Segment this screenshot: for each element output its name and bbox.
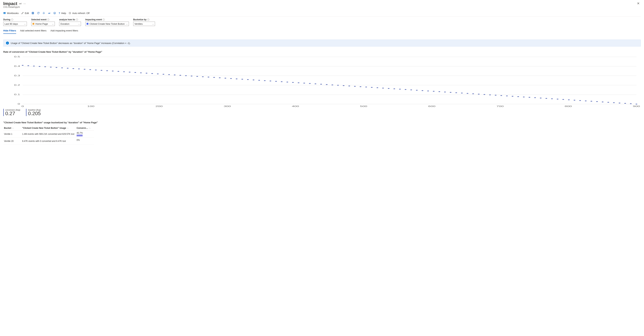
selected-event-select[interactable]: Home Page⌄ bbox=[31, 22, 55, 26]
svg-point-140 bbox=[636, 104, 637, 104]
svg-point-137 bbox=[618, 103, 620, 103]
pin-icon[interactable] bbox=[19, 2, 22, 5]
svg-point-86 bbox=[332, 85, 333, 85]
svg-point-93 bbox=[371, 87, 372, 88]
impacting-event-value: Clicked Create New Ticket Button bbox=[90, 23, 125, 25]
refresh-icon[interactable] bbox=[37, 12, 40, 15]
save-icon[interactable] bbox=[32, 12, 34, 15]
svg-point-94 bbox=[376, 87, 378, 88]
svg-point-70 bbox=[242, 79, 243, 80]
svg-point-75 bbox=[270, 81, 271, 81]
svg-text:300: 300 bbox=[224, 105, 231, 107]
resource-name: CH1-RetailAppAI bbox=[3, 6, 26, 8]
help-label: Help bbox=[61, 12, 66, 15]
svg-text:0: 0 bbox=[22, 105, 24, 107]
workbooks-button[interactable]: Workbooks bbox=[3, 12, 19, 15]
svg-point-39 bbox=[67, 68, 68, 69]
conversion-avg-value: 0.27 bbox=[5, 111, 20, 116]
color-chip-icon bbox=[86, 23, 88, 25]
impacting-event-select[interactable]: Clicked Create New Ticket Button⌄ bbox=[85, 22, 129, 26]
auto-refresh-button[interactable]: Auto refresh: Off bbox=[68, 12, 90, 15]
svg-point-126 bbox=[557, 99, 558, 100]
svg-point-66 bbox=[219, 77, 220, 78]
svg-point-71 bbox=[247, 79, 249, 80]
hide-filters-tab[interactable]: Hide Filters bbox=[3, 29, 16, 34]
svg-point-7 bbox=[55, 13, 55, 13]
sort-icon: ↑↓ bbox=[67, 127, 68, 129]
alert-icon[interactable] bbox=[42, 12, 45, 15]
chevron-down-icon: ⌄ bbox=[24, 23, 26, 25]
svg-point-5 bbox=[54, 12, 56, 14]
svg-point-118 bbox=[512, 96, 513, 97]
svg-point-88 bbox=[343, 85, 344, 86]
svg-point-31 bbox=[22, 65, 24, 66]
svg-point-44 bbox=[95, 70, 96, 70]
usage-cell: 1.4M events with 569.21K converted and 8… bbox=[22, 133, 76, 135]
svg-point-78 bbox=[286, 82, 288, 83]
svg-point-35 bbox=[44, 67, 46, 67]
selected-event-label: Selected event bbox=[31, 18, 46, 21]
svg-text:200: 200 bbox=[155, 105, 163, 107]
help-button[interactable]: ? Help bbox=[59, 12, 66, 15]
svg-point-91 bbox=[360, 86, 361, 87]
filters-row: Duringi Last 90 days⌄ Selected eventi Ho… bbox=[3, 17, 641, 27]
svg-point-59 bbox=[180, 75, 181, 76]
svg-point-47 bbox=[112, 71, 114, 71]
chevron-down-icon: ⌄ bbox=[78, 23, 80, 25]
info-icon[interactable]: i bbox=[76, 19, 78, 21]
svg-point-32 bbox=[28, 65, 29, 66]
chevron-down-icon: ⌄ bbox=[152, 23, 154, 25]
pin-toolbar-icon[interactable] bbox=[48, 12, 51, 15]
more-icon[interactable]: ⋯ bbox=[24, 2, 26, 5]
info-icon[interactable]: i bbox=[11, 19, 13, 21]
svg-point-136 bbox=[613, 102, 614, 103]
conversion-cell: 40.7% bbox=[76, 132, 95, 136]
svg-point-53 bbox=[146, 73, 148, 74]
during-select[interactable]: Last 90 days⌄ bbox=[3, 22, 27, 26]
svg-point-40 bbox=[72, 68, 74, 69]
svg-point-43 bbox=[89, 69, 91, 70]
svg-point-124 bbox=[546, 98, 547, 99]
svg-text:0.1: 0.1 bbox=[14, 94, 20, 96]
analyze-select[interactable]: Duration⌄ bbox=[59, 22, 81, 26]
add-selected-event-filters-tab[interactable]: Add selected event filters bbox=[20, 29, 46, 34]
chart-title: Rate of conversion of "Clicked Create Ne… bbox=[3, 51, 641, 53]
svg-text:900: 900 bbox=[633, 105, 640, 107]
info-icon[interactable]: i bbox=[47, 19, 49, 21]
table-row[interactable]: Ventile 208.47K events with 0 converted … bbox=[3, 138, 94, 145]
close-icon[interactable]: ✕ bbox=[636, 1, 641, 6]
sort-icon: ↑↓ bbox=[12, 127, 14, 129]
table-row[interactable]: Ventile 11.4M events with 569.21K conver… bbox=[3, 131, 94, 138]
edit-button[interactable]: Edit bbox=[21, 12, 29, 15]
conversion-avg-card: conversion (Avg) 0.27 bbox=[3, 109, 20, 116]
info-icon[interactable]: i bbox=[147, 19, 150, 21]
feedback-icon[interactable] bbox=[53, 12, 56, 15]
svg-point-67 bbox=[224, 78, 226, 79]
svg-rect-1 bbox=[4, 12, 6, 13]
svg-point-46 bbox=[106, 70, 108, 71]
add-impacting-event-filters-tab[interactable]: Add impacting event filters bbox=[50, 29, 78, 34]
svg-point-99 bbox=[405, 89, 406, 90]
svg-point-132 bbox=[590, 101, 592, 102]
usage-cell: 8.47K events with 0 converted and 8.47K … bbox=[22, 140, 76, 142]
conv-col-header[interactable]: Conversi…↑↓ bbox=[76, 127, 95, 129]
svg-text:500: 500 bbox=[360, 105, 368, 107]
info-icon[interactable]: i bbox=[102, 19, 105, 21]
svg-point-68 bbox=[230, 78, 232, 79]
svg-point-90 bbox=[354, 86, 356, 87]
svg-text:0.3: 0.3 bbox=[14, 75, 20, 77]
svg-point-115 bbox=[495, 95, 496, 96]
svg-point-36 bbox=[50, 67, 52, 68]
svg-point-96 bbox=[388, 88, 390, 89]
baseline-avg-card: baseline (Avg) 0.205 bbox=[26, 109, 41, 116]
svg-point-45 bbox=[100, 70, 102, 71]
sort-icon: ↑↓ bbox=[89, 127, 90, 129]
svg-point-92 bbox=[365, 87, 367, 87]
svg-point-6 bbox=[54, 13, 54, 13]
bucket-col-header[interactable]: Bucket↑↓ bbox=[4, 127, 22, 129]
svg-point-103 bbox=[427, 91, 429, 91]
svg-point-34 bbox=[39, 66, 40, 67]
svg-point-98 bbox=[399, 89, 401, 90]
bucketize-select[interactable]: Ventiles⌄ bbox=[133, 22, 155, 26]
usage-col-header[interactable]: "Clicked Create New Ticket Button" Usage… bbox=[22, 127, 76, 129]
